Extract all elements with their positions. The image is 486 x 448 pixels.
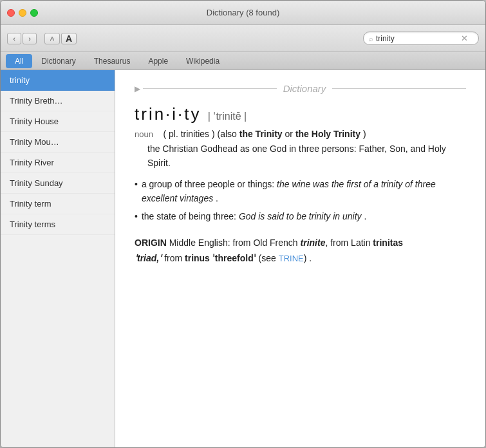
origin-text1: Middle English: from Old French [169, 238, 298, 248]
tab-all[interactable]: All [6, 54, 32, 68]
bullet-item-2: • the state of being three: God is said … [135, 209, 466, 223]
origin-text3: from [164, 253, 182, 263]
bullet2-example: God is said to be trinity in unity [239, 211, 364, 221]
search-box: ⌕ ✕ [363, 32, 479, 45]
origin-label: ORIGIN [135, 238, 167, 248]
holy-trinity-bold: the Holy Trinity [295, 129, 360, 139]
traffic-lights [7, 9, 38, 17]
minimize-button[interactable] [19, 9, 26, 17]
back-button[interactable]: ‹ [7, 33, 21, 44]
sidebar-item-trinity-term[interactable]: Trinity term [1, 194, 115, 214]
tab-thesaurus[interactable]: Thesaurus [85, 54, 140, 68]
origin-link[interactable]: TRINE [279, 254, 304, 263]
dictionary-content: ▶ Dictionary trin·i·ty | ˈtrinitē | noun… [115, 70, 485, 447]
origin-text4: (see [259, 253, 276, 263]
sidebar-item-trinity-river[interactable]: Trinity River [1, 153, 115, 173]
search-icon: ⌕ [369, 35, 373, 42]
bullet2-text: the state of being three: God is said to… [142, 209, 366, 223]
origin-text2: , from Latin [325, 238, 370, 248]
search-clear-button[interactable]: ✕ [461, 33, 468, 43]
sidebar-item-trinity-breth[interactable]: Trinity Breth… [1, 91, 115, 111]
bullet-2: • [135, 209, 138, 223]
titlebar: Dictionary (8 found) [1, 1, 485, 25]
app-window: Dictionary (8 found) ‹ › A A ⌕ ✕ All Dic… [0, 0, 486, 448]
sidebar-item-trinity-sunday[interactable]: Trinity Sunday [1, 173, 115, 194]
font-size-buttons: A A [44, 33, 77, 44]
header-line-left [143, 88, 277, 89]
tab-apple[interactable]: Apple [139, 54, 177, 68]
window-title: Dictionary (8 found) [207, 8, 279, 17]
sidebar-item-trinity-mou[interactable]: Trinity Mou… [1, 132, 115, 153]
nav-buttons: ‹ › [7, 33, 37, 44]
part-of-speech: noun [135, 129, 153, 139]
tabbar: All Dictionary Thesaurus Apple Wikipedia [1, 52, 485, 70]
also-label: (also the Trinity or the Holy Trinity ) [218, 129, 366, 139]
section-header: ▶ Dictionary [135, 83, 466, 94]
entry-headword: trin·i·ty | ˈtrinitē | [135, 104, 466, 124]
origin-bold1: trinite [301, 238, 326, 248]
sidebar-item-trinity-house[interactable]: Trinity House [1, 111, 115, 132]
origin-end: ) . [304, 253, 312, 263]
def1-text: the Christian Godhead as one God in thre… [147, 142, 466, 171]
maximize-button[interactable] [30, 9, 38, 17]
entry-phonetic: | ˈtrinitē | [208, 111, 247, 122]
close-button[interactable] [7, 9, 15, 17]
the-trinity-bold: the Trinity [239, 129, 283, 139]
tab-dictionary[interactable]: Dictionary [32, 54, 84, 68]
header-line-right [332, 88, 466, 89]
definition-block-main: noun ( pl. trinities ) (also the Trinity… [135, 127, 466, 171]
section-title: Dictionary [277, 83, 333, 94]
plural-label: ( pl. trinities ) [163, 129, 214, 139]
bullet-item-1: • a group of three people or things: the… [135, 177, 466, 206]
tab-wikipedia[interactable]: Wikipedia [177, 54, 229, 68]
collapse-triangle-icon[interactable]: ▶ [135, 84, 140, 93]
toolbar: ‹ › A A ⌕ ✕ [1, 25, 485, 52]
bullet1-text: a group of three people or things: the w… [142, 177, 466, 206]
content-area: trinity Trinity Breth… Trinity House Tri… [1, 70, 485, 447]
search-input[interactable] [376, 34, 460, 43]
forward-button[interactable]: › [23, 33, 37, 44]
origin-bold3: ˈtriad,ˈ [135, 253, 164, 263]
sidebar-item-trinity-terms[interactable]: Trinity terms [1, 214, 115, 235]
sidebar-item-trinity[interactable]: trinity [1, 70, 115, 91]
sidebar: trinity Trinity Breth… Trinity House Tri… [1, 70, 115, 447]
origin-block: ORIGIN Middle English: from Old French t… [135, 236, 466, 266]
entry-body: noun ( pl. trinities ) (also the Trinity… [135, 127, 466, 266]
origin-bold4: trinus ˈthreefoldˈ [185, 253, 259, 263]
origin-bold2: trinitas [373, 238, 403, 248]
font-larger-button[interactable]: A [61, 33, 77, 44]
font-smaller-button[interactable]: A [44, 33, 60, 44]
bullet-1: • [135, 177, 138, 206]
